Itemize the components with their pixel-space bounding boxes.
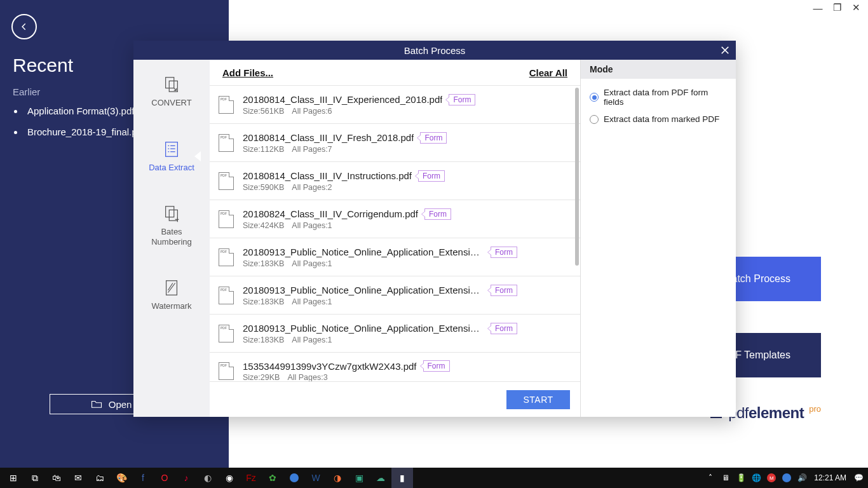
radio-icon	[590, 115, 599, 124]
bates-icon	[162, 204, 181, 223]
form-badge: Form	[423, 360, 450, 372]
svg-rect-12	[169, 210, 177, 221]
file-row[interactable]: 1535344991399v3YCzw7gxtkW2X43.pdf Form S…	[210, 352, 580, 381]
file-name: 1535344991399v3YCzw7gxtkW2X43.pdf	[243, 361, 417, 372]
earlier-label: Earlier	[13, 86, 40, 97]
window-close[interactable]: ✕	[848, 1, 864, 14]
mode-option-marked-pdf[interactable]: Extract data from marked PDF	[590, 114, 727, 124]
file-size: Size:183KB	[243, 336, 284, 344]
watermark-icon	[162, 278, 181, 297]
dialog-close-button[interactable]	[718, 43, 732, 57]
form-badge: Form	[424, 208, 451, 220]
file-pages: All Pages:1	[292, 336, 332, 344]
form-badge: Form	[420, 132, 447, 144]
taskbar-app-box[interactable]: ▣	[348, 468, 370, 488]
taskbar-app-cloud[interactable]: ☁	[370, 468, 391, 488]
tray-gmail-icon[interactable]: M	[764, 468, 778, 488]
dialog-titlebar: Batch Process	[133, 41, 736, 60]
file-area: Add Files... Clear All 20180814_Class_II…	[210, 60, 581, 417]
batch-process-dialog: Batch Process CONVERT Data Extract Bates…	[133, 41, 736, 417]
back-button[interactable]	[11, 14, 37, 39]
window-maximize[interactable]: ❐	[829, 1, 845, 14]
dialog-title: Batch Process	[404, 45, 466, 56]
file-pages: All Pages:2	[292, 183, 332, 192]
svg-rect-4	[166, 142, 178, 156]
mode-option-form-fields[interactable]: Extract data from PDF form fields	[590, 88, 727, 107]
nav-bates-numbering[interactable]: Bates Numbering	[151, 204, 192, 247]
file-size: Size:561KB	[243, 107, 284, 116]
taskbar-steam[interactable]: ◐	[197, 468, 219, 488]
tray-qb-icon[interactable]	[780, 468, 794, 488]
file-row[interactable]: 20180814_Class_III_IV_Fresh_2018.pdf For…	[210, 123, 580, 161]
recent-item[interactable]: Brochure_2018-19_final.pdf	[14, 126, 145, 137]
pdf-file-icon	[219, 172, 234, 190]
start-menu[interactable]: ⊞	[3, 468, 24, 488]
taskbar-store[interactable]: 🛍	[46, 468, 67, 488]
taskbar-opera[interactable]: O	[154, 468, 175, 488]
file-name: 20180814_Class_III_IV_Experienced_2018.p…	[243, 94, 442, 105]
form-badge: Form	[491, 323, 517, 334]
file-name: 20180913_Public_Notice_Online_Applicatio…	[243, 323, 484, 334]
taskbar-paint[interactable]: 🎨	[111, 468, 132, 488]
pdf-file-icon	[219, 325, 234, 342]
add-files-link[interactable]: Add Files...	[222, 67, 273, 78]
folder-icon	[91, 400, 102, 409]
pdf-file-icon	[219, 96, 234, 114]
file-row[interactable]: 20180913_Public_Notice_Online_Applicatio…	[210, 276, 580, 314]
nav-data-extract[interactable]: Data Extract	[149, 140, 194, 173]
recent-heading: Recent	[13, 55, 73, 76]
close-icon	[721, 46, 729, 55]
file-row[interactable]: 20180913_Public_Notice_Online_Applicatio…	[210, 314, 580, 352]
convert-icon	[162, 75, 181, 94]
task-view[interactable]: ⧉	[24, 468, 46, 488]
form-badge: Form	[491, 247, 517, 258]
window-minimize[interactable]: —	[810, 1, 826, 14]
tray-volume-icon[interactable]: 🔊	[795, 468, 809, 488]
mode-panel: Mode Extract data from PDF form fields E…	[581, 60, 736, 417]
form-badge: Form	[449, 94, 475, 105]
tray-monitor-icon[interactable]: 🖥	[719, 468, 733, 488]
tray-network-icon[interactable]: 🌐	[749, 468, 763, 488]
form-badge: Form	[491, 285, 517, 296]
dialog-nav: CONVERT Data Extract Bates Numbering Wat…	[133, 60, 210, 417]
taskbar: ⊞ ⧉ 🛍 ✉ 🗂 🎨 f O ♪ ◐ ◉ Fz ✿ W ◑ ▣ ☁ ▮ ˄ 🖥…	[0, 468, 868, 488]
radio-icon	[590, 93, 599, 102]
mode-heading: Mode	[581, 60, 736, 79]
file-row[interactable]: 20180824_Class_III_IV_Corrigendum.pdf Fo…	[210, 200, 580, 238]
scrollbar-thumb[interactable]	[575, 88, 579, 266]
taskbar-qbit[interactable]	[283, 468, 305, 488]
taskbar-filezilla[interactable]: Fz	[240, 468, 262, 488]
taskbar-clock[interactable]: 12:21 AM	[810, 473, 850, 482]
tray-notifications-icon[interactable]: 💬	[851, 468, 865, 488]
clear-all-link[interactable]: Clear All	[529, 67, 567, 78]
file-size: Size:29KB	[243, 373, 280, 381]
file-name: 20180824_Class_III_IV_Corrigendum.pdf	[243, 208, 418, 219]
taskbar-explorer[interactable]: 🗂	[89, 468, 111, 488]
taskbar-chrome[interactable]: ◉	[219, 468, 240, 488]
file-row[interactable]: 20180814_Class_III_IV_Instructions.pdf F…	[210, 161, 580, 200]
nav-convert[interactable]: CONVERT	[151, 75, 191, 108]
tray-battery-icon[interactable]: 🔋	[734, 468, 748, 488]
taskbar-firefox[interactable]: ◑	[327, 468, 348, 488]
svg-rect-11	[166, 207, 174, 217]
recent-item[interactable]: Application Format(3).pdf	[14, 105, 145, 116]
pdf-file-icon	[219, 287, 234, 304]
tray-expand[interactable]: ˄	[703, 468, 717, 488]
pdf-file-icon	[219, 210, 234, 228]
taskbar-mail[interactable]: ✉	[67, 468, 89, 488]
file-size: Size:183KB	[243, 259, 284, 268]
taskbar-pdfelement[interactable]: ▮	[391, 468, 413, 488]
start-button[interactable]: START	[506, 390, 570, 409]
taskbar-clover[interactable]: ✿	[262, 468, 283, 488]
file-row[interactable]: 20180814_Class_III_IV_Experienced_2018.p…	[210, 85, 580, 123]
taskbar-facebook[interactable]: f	[132, 468, 154, 488]
file-row[interactable]: 20180913_Public_Notice_Online_Applicatio…	[210, 238, 580, 276]
chevron-left-icon	[20, 22, 29, 31]
taskbar-app-red[interactable]: ♪	[175, 468, 197, 488]
file-pages: All Pages:6	[292, 107, 332, 116]
file-size: Size:183KB	[243, 297, 284, 306]
nav-watermark[interactable]: Watermark	[151, 278, 191, 311]
file-list: 20180814_Class_III_IV_Experienced_2018.p…	[210, 85, 580, 381]
file-name: 20180814_Class_III_IV_Fresh_2018.pdf	[243, 132, 414, 143]
taskbar-word[interactable]: W	[305, 468, 327, 488]
